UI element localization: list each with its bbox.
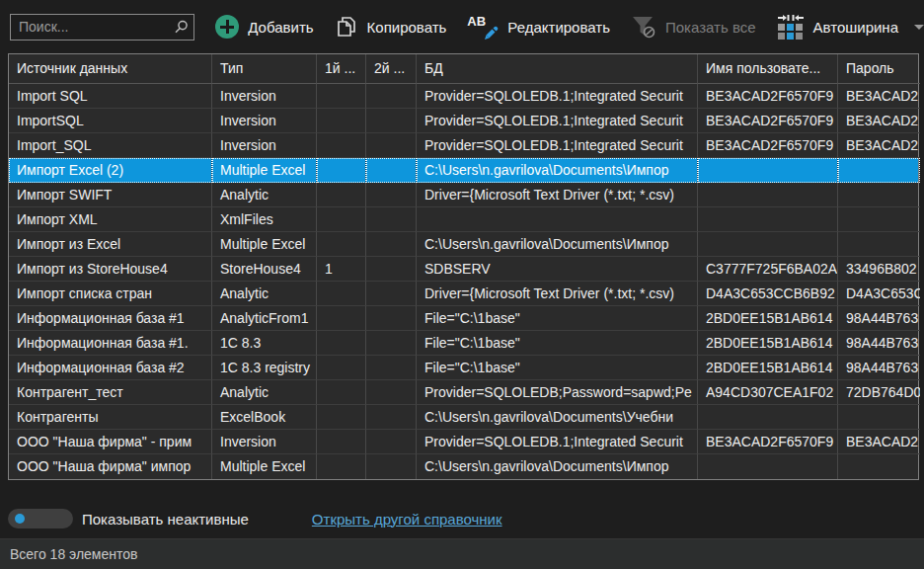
cell-user[interactable]: 2BD0EE15B1AB614 xyxy=(698,331,838,356)
cell-user[interactable]: BE3ACAD2F6570F9 xyxy=(698,109,838,133)
cell-p1[interactable] xyxy=(317,133,366,158)
table-row[interactable]: Импорт SWIFTAnalyticDriver={Microsoft Te… xyxy=(9,183,918,207)
cell-password[interactable]: BE3ACAD2 xyxy=(838,430,920,454)
cell-p1[interactable] xyxy=(317,158,366,183)
table-row[interactable]: Import_SQLInversionProvider=SQLOLEDB.1;I… xyxy=(9,133,918,158)
cell-p1[interactable] xyxy=(317,356,366,380)
column-header-user[interactable]: Имя пользовате... xyxy=(698,54,838,84)
cell-name[interactable]: Импорт из StoreHouse4 xyxy=(9,257,212,282)
cell-user[interactable] xyxy=(698,183,838,207)
cell-db[interactable]: File="C:\1base" xyxy=(417,331,698,356)
cell-name[interactable]: Import_SQL xyxy=(9,133,212,158)
cell-db[interactable]: SDBSERV xyxy=(417,257,698,282)
cell-name[interactable]: Импорт Excel (2) xyxy=(9,158,212,183)
column-header-db[interactable]: БД xyxy=(417,54,698,84)
cell-password[interactable] xyxy=(838,158,920,183)
cell-db[interactable]: File="C:\1base" xyxy=(417,356,698,380)
cell-type[interactable]: Inversion xyxy=(212,430,317,454)
cell-type[interactable]: StoreHouse4 xyxy=(212,257,317,282)
cell-type[interactable]: ExcelBook xyxy=(212,405,317,430)
cell-p2[interactable] xyxy=(366,257,417,282)
cell-type[interactable]: Inversion xyxy=(212,109,317,133)
cell-type[interactable]: Analytic xyxy=(212,183,317,207)
column-header-password[interactable]: Пароль xyxy=(838,54,920,84)
cell-password[interactable]: BE3ACAD2 xyxy=(838,84,920,109)
cell-p2[interactable] xyxy=(366,232,417,257)
cell-db[interactable] xyxy=(417,207,698,232)
cell-p1[interactable] xyxy=(317,331,366,356)
cell-user[interactable]: BE3ACAD2F6570F9 xyxy=(698,84,838,109)
cell-password[interactable]: 98A44B763 xyxy=(838,356,920,380)
cell-name[interactable]: Контрагенты xyxy=(9,405,212,430)
cell-type[interactable]: 1С 8.3 xyxy=(212,331,317,356)
cell-p2[interactable] xyxy=(366,282,417,306)
cell-password[interactable]: 72DB764D0 xyxy=(838,380,920,405)
cell-type[interactable]: Multiple Excel xyxy=(212,232,317,257)
cell-db[interactable]: Provider=SQLOLEDB.1;Integrated Securit xyxy=(417,109,698,133)
cell-p2[interactable] xyxy=(366,207,417,232)
table-row[interactable]: Контрагент_тестAnalyticProvider=SQLOLEDB… xyxy=(9,380,918,405)
column-header-p2[interactable]: 2й ... xyxy=(366,54,417,84)
cell-type[interactable]: Inversion xyxy=(212,133,317,158)
cell-db[interactable]: Provider=SQLOLEDB;Password=sapwd;Pe xyxy=(417,380,698,405)
table-row[interactable]: Import SQLInversionProvider=SQLOLEDB.1;I… xyxy=(9,84,918,109)
show-inactive-toggle[interactable] xyxy=(8,509,73,528)
table-row[interactable]: ООО "Наша фирма" импорMultiple ExcelC:\U… xyxy=(9,454,918,479)
autowidth-button[interactable]: Автоширина xyxy=(777,14,898,40)
cell-p1[interactable]: 1 xyxy=(317,257,366,282)
table-row[interactable]: Импорт XMLXmlFiles xyxy=(9,207,918,232)
cell-p2[interactable] xyxy=(366,158,417,183)
table-row[interactable]: Информационная база #1AnalyticFrom1File=… xyxy=(9,306,918,331)
cell-p1[interactable] xyxy=(317,454,366,479)
open-other-directory-link[interactable]: Открыть другой справочник xyxy=(312,511,502,528)
cell-p2[interactable] xyxy=(366,331,417,356)
search-box[interactable] xyxy=(10,14,194,41)
cell-user[interactable]: 2BD0EE15B1AB614 xyxy=(698,356,838,380)
cell-type[interactable]: 1С 8.3 registry xyxy=(212,356,317,380)
cell-db[interactable]: C:\Users\n.gavrilova\Documents\Учебни xyxy=(417,405,698,430)
cell-type[interactable]: AnalyticFrom1 xyxy=(212,306,317,331)
cell-name[interactable]: ООО "Наша фирма" импор xyxy=(9,454,212,479)
cell-db[interactable]: Provider=SQLOLEDB.1;Integrated Securit xyxy=(417,84,698,109)
table-row[interactable]: ООО "Наша фирма" - примInversionProvider… xyxy=(9,430,918,454)
cell-user[interactable] xyxy=(698,232,838,257)
cell-name[interactable]: Информационная база #2 xyxy=(9,356,212,380)
column-header-name[interactable]: Источник данных xyxy=(9,54,212,84)
cell-password[interactable] xyxy=(838,454,920,479)
cell-user[interactable]: BE3ACAD2F6570F9 xyxy=(698,133,838,158)
cell-p2[interactable] xyxy=(366,405,417,430)
cell-p2[interactable] xyxy=(366,430,417,454)
cell-p1[interactable] xyxy=(317,405,366,430)
cell-user[interactable] xyxy=(698,454,838,479)
add-button[interactable]: Добавить xyxy=(215,15,313,39)
cell-user[interactable] xyxy=(698,207,838,232)
column-header-type[interactable]: Тип xyxy=(212,54,317,84)
search-input[interactable] xyxy=(11,15,193,40)
cell-p1[interactable] xyxy=(317,207,366,232)
table-row[interactable]: Информационная база #21С 8.3 registryFil… xyxy=(9,356,918,380)
cell-password[interactable]: 98A44B763 xyxy=(838,331,920,356)
cell-p2[interactable] xyxy=(366,380,417,405)
cell-p2[interactable] xyxy=(366,109,417,133)
cell-name[interactable]: ImportSQL xyxy=(9,109,212,133)
cell-name[interactable]: Импорт из Excel xyxy=(9,232,212,257)
table-row-selected[interactable]: Импорт Excel (2)Multiple ExcelC:\Users\n… xyxy=(9,158,918,183)
cell-password[interactable]: BE3ACAD2 xyxy=(838,133,920,158)
cell-p1[interactable] xyxy=(317,183,366,207)
cell-p1[interactable] xyxy=(317,380,366,405)
cell-type[interactable]: Multiple Excel xyxy=(212,454,317,479)
cell-password[interactable]: 33496B802 xyxy=(838,257,920,282)
cell-name[interactable]: Информационная база #1 xyxy=(9,306,212,331)
cell-p2[interactable] xyxy=(366,84,417,109)
cell-password[interactable] xyxy=(838,207,920,232)
cell-user[interactable] xyxy=(698,158,838,183)
cell-name[interactable]: Импорт XML xyxy=(9,207,212,232)
cell-p2[interactable] xyxy=(366,183,417,207)
table-row[interactable]: ImportSQLInversionProvider=SQLOLEDB.1;In… xyxy=(9,109,918,133)
cell-p2[interactable] xyxy=(366,306,417,331)
cell-name[interactable]: Информационная база #1. xyxy=(9,331,212,356)
cell-name[interactable]: Импорт SWIFT xyxy=(9,183,212,207)
cell-p1[interactable] xyxy=(317,84,366,109)
cell-db[interactable]: C:\Users\n.gavrilova\Documents\Импор xyxy=(417,158,698,183)
edit-button[interactable]: АВ Редактировать xyxy=(467,14,610,40)
